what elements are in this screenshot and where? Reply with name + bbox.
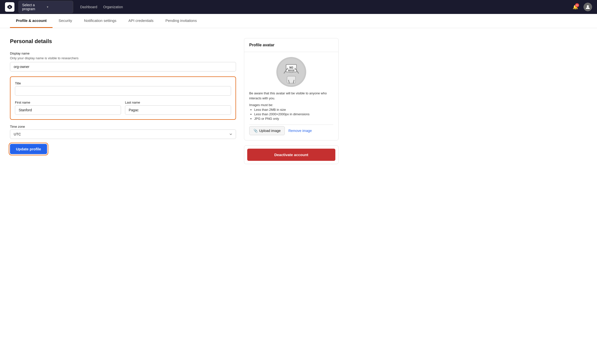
first-name-label: First name bbox=[15, 101, 121, 104]
tab-security[interactable]: Security bbox=[53, 14, 78, 28]
last-name-group: Last name bbox=[125, 101, 231, 115]
paperclip-icon: 📎 bbox=[253, 129, 258, 133]
top-navigation: b Select a program ▾ Dashboard Organizat… bbox=[0, 0, 597, 14]
avatar-rules-intro: Images must be: bbox=[249, 103, 333, 107]
title-group: Title bbox=[15, 81, 231, 96]
deactivate-account-button[interactable]: Deactivate account bbox=[247, 149, 335, 161]
organization-link[interactable]: Organization bbox=[103, 5, 123, 9]
deactivate-card: Deactivate account bbox=[244, 145, 339, 164]
avatar-actions: 📎 Upload image Remove image bbox=[249, 124, 333, 135]
program-selector[interactable]: Select a program ▾ bbox=[18, 1, 73, 13]
title-label: Title bbox=[15, 81, 231, 85]
first-name-group: First name bbox=[15, 101, 121, 115]
avatar-rules: Images must be: Less than 2MB in size Le… bbox=[249, 103, 333, 121]
upload-label: Upload image bbox=[259, 129, 281, 133]
right-column: Profile avatar NO bbox=[244, 38, 339, 169]
topnav-links: Dashboard Organization bbox=[80, 5, 123, 9]
display-name-input[interactable] bbox=[10, 62, 236, 71]
first-name-input[interactable] bbox=[15, 105, 121, 115]
last-name-label: Last name bbox=[125, 101, 231, 104]
avatar-rule-2: Less than 2000×2000px in dimensions bbox=[254, 112, 333, 116]
svg-text:b: b bbox=[9, 6, 10, 8]
notification-bell[interactable]: 🔔 50 bbox=[571, 3, 580, 11]
dashboard-link[interactable]: Dashboard bbox=[80, 5, 97, 9]
avatar-placeholder: NO IMAGE bbox=[276, 57, 306, 87]
user-avatar[interactable] bbox=[584, 3, 592, 11]
avatar-card-body: NO IMAGE Be aware that this avatar will … bbox=[244, 52, 338, 140]
deactivate-card-body: Deactivate account bbox=[244, 146, 338, 164]
timezone-label: Time zone bbox=[10, 125, 236, 128]
notification-badge: 50 bbox=[575, 3, 579, 7]
svg-point-2 bbox=[587, 5, 589, 7]
section-title: Personal details bbox=[10, 38, 236, 45]
update-profile-button[interactable]: Update profile bbox=[10, 144, 47, 154]
upload-image-button[interactable]: 📎 Upload image bbox=[249, 126, 285, 135]
name-row: First name Last name bbox=[15, 101, 231, 115]
timezone-group: Time zone UTC Eastern Time (EST) Pacific… bbox=[10, 125, 236, 139]
remove-image-button[interactable]: Remove image bbox=[288, 129, 312, 133]
last-name-input[interactable] bbox=[125, 105, 231, 115]
svg-rect-4 bbox=[287, 76, 296, 83]
display-name-label: Display name bbox=[10, 52, 236, 55]
avatar-rule-3: JPG or PNG only bbox=[254, 117, 333, 121]
avatar-card-title: Profile avatar bbox=[244, 38, 338, 52]
profile-avatar-card: Profile avatar NO bbox=[244, 38, 339, 140]
tab-notification[interactable]: Notification settings bbox=[78, 14, 122, 28]
timezone-select[interactable]: UTC Eastern Time (EST) Pacific Time (PST… bbox=[10, 129, 236, 139]
left-column: Personal details Display name Only your … bbox=[10, 38, 236, 169]
avatar-rule-1: Less than 2MB in size bbox=[254, 108, 333, 112]
title-input[interactable] bbox=[15, 86, 231, 96]
svg-text:IMAGE: IMAGE bbox=[288, 69, 295, 72]
avatar-info-text: Be aware that this avatar will be visibl… bbox=[249, 91, 333, 101]
main-content: Personal details Display name Only your … bbox=[0, 28, 349, 179]
svg-text:NO: NO bbox=[290, 66, 293, 69]
tab-api[interactable]: API credentials bbox=[122, 14, 160, 28]
chevron-down-icon: ▾ bbox=[47, 5, 69, 9]
tab-bar: Profile & account Security Notification … bbox=[0, 14, 597, 28]
tab-invitations[interactable]: Pending invitations bbox=[160, 14, 203, 28]
logo[interactable]: b bbox=[5, 2, 14, 12]
display-name-group: Display name Only your display name is v… bbox=[10, 52, 236, 71]
display-name-sublabel: Only your display name is visible to res… bbox=[10, 56, 236, 60]
tab-profile[interactable]: Profile & account bbox=[10, 14, 53, 28]
name-fields-highlight-box: Title First name Last name bbox=[10, 76, 236, 120]
